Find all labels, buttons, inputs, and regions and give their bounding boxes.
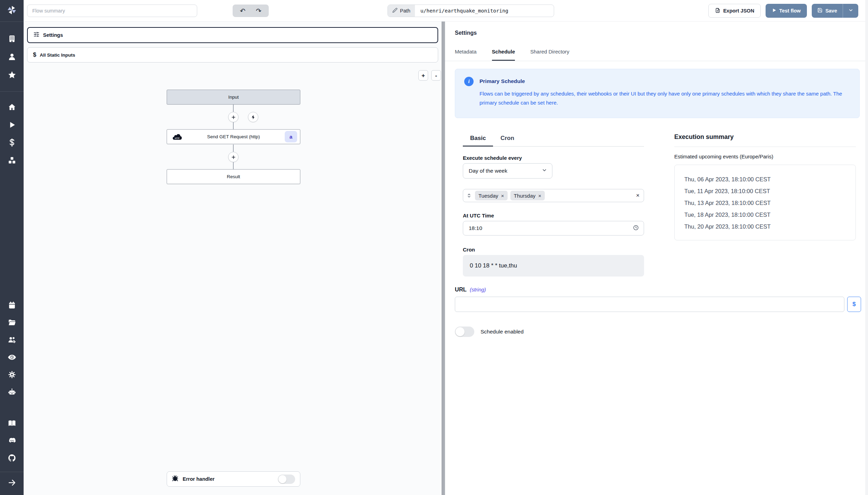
tab-metadata[interactable]: Metadata <box>455 49 477 61</box>
undo-button[interactable]: ↶ <box>235 6 251 16</box>
tab-basic[interactable]: Basic <box>463 135 493 147</box>
frequency-select[interactable]: Day of the week <box>463 163 552 179</box>
save-options-button[interactable] <box>843 4 858 18</box>
play-icon <box>772 8 776 14</box>
svg-text:HTTP: HTTP <box>175 137 180 139</box>
save-button[interactable]: Save <box>812 4 843 18</box>
schedule-mode-tabs: Basic Cron <box>463 135 644 147</box>
add-step-button-1[interactable] <box>228 112 239 122</box>
sidebar-admin-group <box>3 297 20 401</box>
clear-days-icon[interactable]: × <box>636 192 640 199</box>
path-value[interactable]: u/henri/earthquake_monitoring <box>415 5 554 17</box>
sidebar-item-variables[interactable] <box>3 135 20 151</box>
sidebar-item-user[interactable] <box>3 49 20 66</box>
url-input[interactable] <box>455 297 844 312</box>
discord-icon <box>8 436 16 446</box>
sidebar-item-audit[interactable] <box>3 349 20 366</box>
panel-resize-handle[interactable] <box>442 22 445 495</box>
sidebar-item-home[interactable] <box>3 99 20 116</box>
node-result[interactable]: Result <box>167 169 300 184</box>
node-input-label: Input <box>228 94 239 100</box>
zoom-out-button[interactable]: - <box>431 70 441 81</box>
error-handler-label: Error handler <box>183 476 274 482</box>
sidebar-item-schedules[interactable] <box>3 297 20 314</box>
export-json-label: Export JSON <box>723 8 754 14</box>
chevron-down-icon <box>542 167 547 174</box>
trigger-bolt-button[interactable] <box>248 112 258 122</box>
sidebar-divider <box>0 22 24 22</box>
schedule-enabled-label: Schedule enabled <box>481 329 524 335</box>
boxes-icon <box>8 156 16 166</box>
toggle-knob <box>278 475 286 483</box>
test-flow-label: Test flow <box>779 8 801 14</box>
sidebar-item-favorites[interactable] <box>3 67 20 84</box>
sidebar-item-docs[interactable] <box>3 415 20 432</box>
sidebar <box>0 0 24 495</box>
day-chip-label: Tuesday <box>478 193 498 199</box>
windmill-logo[interactable] <box>0 0 24 22</box>
tab-cron[interactable]: Cron <box>493 135 521 146</box>
sidebar-item-discord[interactable] <box>3 433 20 449</box>
clock-icon[interactable] <box>633 225 639 232</box>
schedule-enabled-toggle[interactable] <box>455 327 474 337</box>
windmill-logo-icon <box>7 5 17 17</box>
event-row: Tue, 18 Apr 2023, 18:10:00 CEST <box>684 209 856 221</box>
error-handler[interactable]: Error handler <box>167 471 300 487</box>
sidebar-item-groups[interactable] <box>3 332 20 349</box>
utc-time-label: At UTC Time <box>463 213 494 218</box>
sidebar-item-folders[interactable] <box>3 315 20 331</box>
flow-canvas: Settings $ All Static Inputs + - Input H… <box>24 22 442 495</box>
days-multiselect[interactable]: Tuesday × Thursday × × <box>463 189 644 202</box>
execution-summary-subtitle: Estimated upcoming events (Europe/Paris) <box>674 154 773 159</box>
export-json-button[interactable]: Export JSON <box>708 4 761 18</box>
execution-summary-divider <box>674 147 856 147</box>
node-http-step[interactable]: HTTP Send GET Request (http) a <box>167 129 300 144</box>
flow-settings-button[interactable]: Settings <box>27 27 438 43</box>
sidebar-item-workspace[interactable] <box>3 31 20 48</box>
path-label-section: Path <box>388 5 415 17</box>
play-icon <box>8 121 16 131</box>
remove-day-icon[interactable]: × <box>538 193 541 199</box>
sidebar-item-ai[interactable] <box>3 384 20 401</box>
insert-variable-button[interactable]: $ <box>847 297 861 312</box>
flow-summary-input[interactable] <box>27 5 197 17</box>
tab-shared-directory[interactable]: Shared Directory <box>530 49 569 61</box>
sidebar-item-github[interactable] <box>3 450 20 467</box>
execute-schedule-label: Execute schedule every <box>463 155 522 161</box>
scrollbar-track[interactable] <box>865 0 868 495</box>
utc-time-input[interactable]: 18:10 <box>463 221 644 236</box>
error-handler-toggle[interactable] <box>278 475 295 484</box>
folder-open-icon <box>8 318 16 328</box>
tab-schedule[interactable]: Schedule <box>492 49 515 61</box>
building-icon <box>8 34 16 44</box>
frequency-select-value: Day of the week <box>469 168 507 174</box>
event-row: Thu, 06 Apr 2023, 18:10:00 CEST <box>684 173 856 185</box>
save-label: Save <box>825 8 837 14</box>
star-icon <box>8 71 16 81</box>
users-gear-icon <box>8 336 16 346</box>
sidebar-item-settings[interactable] <box>3 367 20 383</box>
pencil-icon <box>392 8 398 14</box>
sidebar-item-resources[interactable] <box>3 152 20 169</box>
all-static-inputs-button[interactable]: $ All Static Inputs <box>27 47 438 63</box>
url-label: URL <box>455 286 467 293</box>
settings-panel: Settings Metadata Schedule Shared Direct… <box>445 22 868 495</box>
node-input[interactable]: Input <box>167 90 300 105</box>
undo-redo-group: ↶ ↷ <box>233 5 269 17</box>
remove-day-icon[interactable]: × <box>501 193 504 199</box>
event-row: Tue, 11 Apr 2023, 18:10:00 CEST <box>684 185 856 197</box>
sidebar-expand-button[interactable] <box>3 475 20 492</box>
chevrons-up-down-icon <box>466 193 472 198</box>
test-flow-button[interactable]: Test flow <box>766 4 807 18</box>
add-step-button-2[interactable] <box>228 152 239 162</box>
sidebar-links-group <box>3 415 20 467</box>
sidebar-item-runs[interactable] <box>3 117 20 134</box>
settings-tabs: Metadata Schedule Shared Directory <box>445 49 868 61</box>
redo-button[interactable]: ↷ <box>251 6 267 16</box>
primary-schedule-info: i Primary Schedule Flows can be triggere… <box>455 69 860 118</box>
path-field[interactable]: Path u/henri/earthquake_monitoring <box>387 5 554 17</box>
schedule-enabled-row: Schedule enabled <box>455 327 524 337</box>
sidebar-main-group <box>3 99 20 169</box>
zoom-in-button[interactable]: + <box>418 70 428 81</box>
http-cloud-icon: HTTP <box>172 133 182 141</box>
